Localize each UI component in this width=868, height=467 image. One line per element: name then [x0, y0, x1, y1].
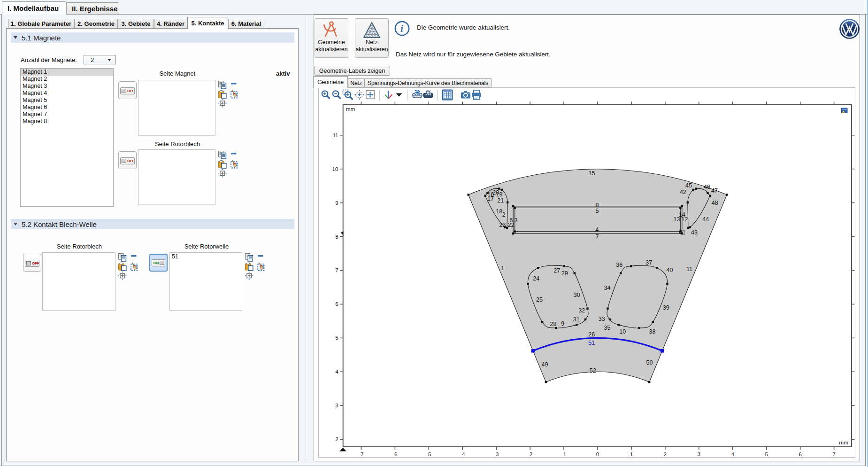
clear-selection-icon[interactable] [229, 90, 238, 99]
boundary-label-2: 2 [502, 211, 506, 218]
boundary-label-45: 45 [685, 182, 692, 189]
volkswagen-logo [839, 18, 860, 39]
paste-icon[interactable] [118, 263, 127, 271]
remove-icon[interactable] [258, 255, 263, 257]
seite-magnet-selection-list[interactable] [138, 80, 215, 136]
x-axis-tick-label: -1 [561, 451, 567, 458]
kontakt-rotorwelle-toggle[interactable]: ON [149, 254, 168, 272]
clear-selection-icon[interactable] [229, 160, 238, 169]
boundary-label-9: 9 [561, 320, 564, 327]
magnet-list-item[interactable]: Magnet 2 [21, 76, 113, 83]
geometry-plot[interactable]: -7-6-5-4-3-2-101234567234567891011mmmm15… [319, 88, 855, 457]
boundary-label-39: 39 [663, 304, 669, 311]
combobox-value: 2 [91, 56, 108, 63]
section-header-kontakt[interactable]: 5.2 Kontakt Blech-Welle [11, 219, 294, 229]
kontakt-rotorwelle-selection-list[interactable]: 51 [169, 252, 242, 311]
netz-aktualisieren-button[interactable]: Netz aktualisieren [355, 18, 389, 58]
y-axis-unit-label: mm [346, 106, 355, 112]
section-header-magnete[interactable]: 5.1 Magnete [11, 32, 294, 43]
x-axis-tick-label: 6 [799, 451, 802, 458]
y-axis-tick-label: 6 [335, 301, 338, 307]
boundary-label-41: 41 [679, 229, 685, 236]
window-tab-ergebnisse[interactable]: II. Ergebnisse [66, 2, 119, 15]
zoom-to-selection-icon[interactable] [118, 271, 127, 280]
boundary-label-31: 31 [573, 316, 580, 323]
clear-selection-icon[interactable] [129, 262, 138, 271]
boundary-label-27: 27 [553, 267, 560, 274]
toggle-on-icon: ON [152, 259, 165, 266]
button-label: Geometrie-Labels zeigen [319, 68, 385, 74]
seite-rotorblech-active-toggle[interactable]: OFF [118, 151, 137, 169]
paste-icon[interactable] [218, 160, 227, 169]
kontakt-rotorblech-toggle[interactable]: OFF [23, 254, 41, 272]
graphics-tab-label: Geometrie [317, 79, 344, 86]
magnet-list-item[interactable]: Magnet 6 [21, 104, 113, 111]
boundary-label-38: 38 [649, 328, 655, 335]
magnet-list-item[interactable]: Magnet 5 [21, 97, 113, 104]
zoom-to-selection-icon[interactable] [218, 169, 227, 178]
y-axis-tick-label: 2 [335, 436, 338, 443]
x-axis-tick-label: 0 [596, 451, 599, 458]
form-tab-6-material[interactable]: 6. Material [228, 19, 264, 29]
copy-icon[interactable] [245, 253, 253, 262]
boundary-label-10: 10 [619, 328, 626, 335]
collapse-triangle-icon [14, 36, 17, 39]
kontakt-rotorblech-selection-list[interactable] [42, 252, 115, 311]
seite-rotorblech-label: Seite Rotorblech [155, 140, 200, 148]
boundary-label-7: 7 [595, 234, 599, 240]
toggle-off-icon: OFF [120, 157, 135, 164]
x-axis-unit-label: mm [839, 439, 848, 446]
boundary-label-24: 24 [533, 275, 539, 282]
seite-rotorblech-selection-list[interactable] [138, 149, 215, 205]
y-axis-tick-label: 7 [335, 267, 338, 273]
form-tab-5-kontakte[interactable]: 5. Kontakte [187, 17, 228, 29]
zoom-to-selection-icon[interactable] [218, 99, 227, 108]
geometrie-labels-zeigen-button[interactable]: Geometrie-Labels zeigen [314, 66, 390, 76]
boundary-label-40: 40 [667, 267, 673, 273]
boundary-label-28: 28 [550, 321, 556, 327]
geometrie-aktualisieren-button[interactable]: Geometrie aktualisieren [315, 18, 348, 58]
form-tab-1-globale-parameter[interactable]: 1. Globale Parameter [8, 19, 74, 29]
x-axis-tick-label: -4 [460, 451, 465, 458]
panel-splitter[interactable] [306, 15, 306, 461]
remove-icon[interactable] [131, 255, 137, 257]
magnet-list-item[interactable]: Magnet 1 [21, 69, 113, 76]
x-axis-tick-label: 5 [765, 451, 768, 458]
graphics-tab-netz[interactable]: Netz [348, 78, 364, 87]
remove-icon[interactable] [231, 153, 237, 155]
graphics-tab-spannungs-dehnungs-kurve[interactable]: Spannungs-Dehnungs-Kurve des Blechmateri… [364, 78, 492, 87]
paste-icon[interactable] [218, 90, 227, 99]
magnet-list-item[interactable]: Magnet 7 [21, 111, 113, 118]
anzahl-magnete-combobox[interactable]: 2 [84, 55, 116, 64]
magnet-list-item[interactable]: Magnet 3 [21, 83, 113, 90]
remove-icon[interactable] [231, 83, 237, 85]
window-tab-modellaufbau[interactable]: I. Modellaufbau [2, 1, 66, 15]
x-axis-tick-label: 4 [731, 451, 734, 458]
boundary-label-48: 48 [712, 200, 718, 206]
boundary-label-37: 37 [645, 259, 652, 266]
x-axis-tick-label: 1 [630, 451, 633, 458]
x-axis-tick-label: -3 [494, 451, 499, 458]
magnet-listbox[interactable]: Magnet 1Magnet 2Magnet 3Magnet 4Magnet 5… [20, 68, 114, 207]
mesh-status-message: Das Netz wird nur für zugewiesene Gebiet… [396, 51, 551, 58]
graphics-tab-geometrie[interactable]: Geometrie [313, 76, 348, 88]
clear-selection-icon[interactable] [256, 262, 265, 271]
x-axis-tick-label: 2 [664, 451, 667, 458]
boundary-label-30: 30 [574, 292, 580, 298]
zoom-to-selection-icon[interactable] [245, 271, 254, 280]
form-tab-label: 4. Ränder [157, 20, 184, 27]
form-tab-4-ränder[interactable]: 4. Ränder [154, 19, 187, 29]
boundary-label-5: 5 [595, 208, 599, 214]
magnet-list-item[interactable]: Magnet 4 [21, 90, 113, 97]
copy-icon[interactable] [218, 81, 227, 89]
seite-magnet-active-toggle[interactable]: OFF [118, 81, 137, 99]
selection-list-item[interactable]: 51 [170, 253, 242, 260]
paste-icon[interactable] [245, 263, 253, 271]
magnet-list-item[interactable]: Magnet 8 [21, 118, 113, 125]
form-tab-3-gebiete[interactable]: 3. Gebiete [118, 19, 154, 29]
form-tab-2-geometrie[interactable]: 2. Geometrie [74, 19, 118, 29]
x-axis-tick-label: -5 [426, 451, 431, 458]
copy-icon[interactable] [218, 151, 227, 159]
plot-window-icon[interactable] [840, 107, 848, 114]
copy-icon[interactable] [118, 253, 127, 262]
